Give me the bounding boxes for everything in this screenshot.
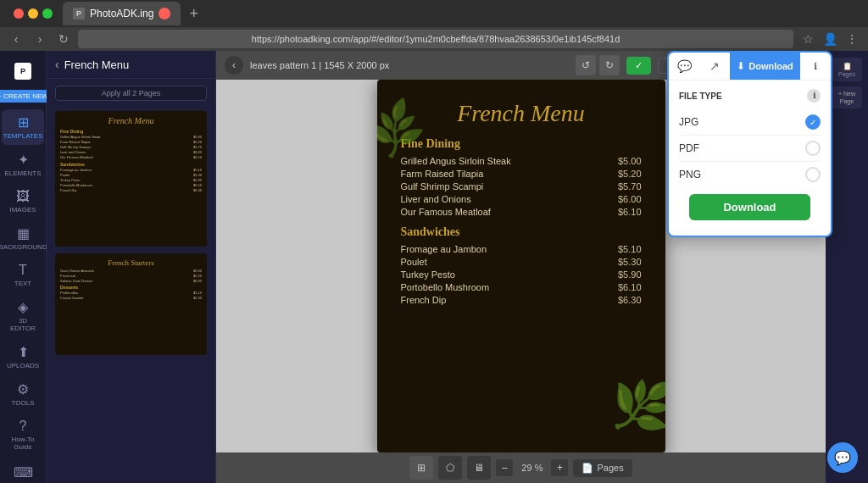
pentagon-button[interactable]: ⬠ xyxy=(438,456,462,480)
file-option-jpg[interactable]: JPG xyxy=(679,109,821,136)
menu-card: 🌿 French Menu Fine Dining Grilled Angus … xyxy=(377,80,665,452)
redo-button[interactable]: ↻ xyxy=(599,55,620,75)
sidebar-item-background[interactable]: ▦ BACKGROUND xyxy=(2,220,44,256)
page-nav-prev-button[interactable]: ‹ xyxy=(225,56,243,75)
browser-chrome: P PhotoADK.ing ✕ + ‹ › ↻ ☆ 👤 ⋮ xyxy=(0,0,868,51)
chat-icon: 💬 xyxy=(677,59,692,73)
sidebar-item-how-to[interactable]: ? How-To Guide xyxy=(2,414,44,456)
thumb2-item-5: Crepes Suzette$5.30 xyxy=(60,296,202,300)
radio-btn-png[interactable] xyxy=(805,167,821,182)
pages-button[interactable]: 📄 Pages xyxy=(573,459,632,477)
menu-card-item-2: Farm Raised Tilapia$5.20 xyxy=(401,169,642,179)
pages-panel-header: ‹ French Menu xyxy=(47,51,215,79)
popup-tab-share[interactable]: ↗ xyxy=(699,53,730,80)
back-button[interactable]: ‹ xyxy=(7,30,25,48)
page-thumbnail-2[interactable]: French Starters Goat Cheese Avocado$5.00… xyxy=(55,253,207,355)
file-option-jpg-label: JPG xyxy=(679,116,698,128)
file-type-info-icon[interactable]: ℹ xyxy=(807,89,821,103)
sidebar-item-text[interactable]: T TEXT xyxy=(2,258,44,292)
sidebar-label-text: TEXT xyxy=(14,280,31,287)
sidebar-item-elements[interactable]: ✦ ELEMENTS xyxy=(2,147,44,182)
menu-card-item-8: Turkey Pesto$5.90 xyxy=(401,269,642,280)
popup-tab-info[interactable]: ℹ xyxy=(800,53,831,80)
thumb-section-1: Fine Dining xyxy=(60,129,202,134)
new-tab-button[interactable]: + xyxy=(184,6,203,21)
thumb2-item-2: Provencal$5.20 xyxy=(60,274,202,278)
sidebar-item-images[interactable]: 🖼 IMAGES xyxy=(2,184,44,219)
new-page-button[interactable]: + New Page xyxy=(832,86,862,108)
thumb-item-1: Grilled Angus Sirloin Steak$5.00 xyxy=(60,135,202,139)
menu-card-title: French Menu xyxy=(401,100,642,127)
pages-back-button[interactable]: ‹ xyxy=(55,58,59,71)
grid-view-button[interactable]: ⊞ xyxy=(409,456,433,480)
green-action-button[interactable]: ✓ xyxy=(626,57,651,75)
download-tab-button[interactable]: ⬇ Download xyxy=(730,53,800,80)
maximize-button[interactable] xyxy=(42,8,53,19)
radio-btn-jpg[interactable] xyxy=(805,114,821,130)
menu-card-item-4: Liver and Onions$6.00 xyxy=(401,194,642,204)
monitor-button[interactable]: 🖥 xyxy=(467,456,491,480)
radio-btn-pdf[interactable] xyxy=(805,141,821,156)
minimize-button[interactable] xyxy=(28,8,38,19)
thumb-item-3: Gulf Shrimp Scampi$5.70 xyxy=(60,145,202,149)
pages-panel-title: French Menu xyxy=(64,58,130,71)
popup-tab-chat[interactable]: 💬 xyxy=(669,53,699,80)
thumb-item-4: Liver and Onions$6.00 xyxy=(60,150,202,154)
menu-card-section-sandwiches: Sandwiches xyxy=(401,225,642,239)
pages-panel-button[interactable]: 📋 Pages xyxy=(832,58,862,81)
sidebar-item-shortcuts[interactable]: ⌨ Shortcut Keys xyxy=(2,459,44,483)
thumb-item-2: Farm Raised Tilapia$5.20 xyxy=(60,140,202,144)
sidebar-item-uploads[interactable]: ⬆ UPLOADS xyxy=(2,339,44,375)
share-icon: ↗ xyxy=(709,59,720,73)
download-popup: 💬 ↗ ⬇ Download ℹ FILE TYPE ℹ JPG PDF xyxy=(667,51,832,237)
download-action-button[interactable]: Download xyxy=(689,194,810,220)
refresh-button[interactable]: ↻ xyxy=(54,30,73,48)
menu-card-item-9: Portobello Mushroom$6.10 xyxy=(401,282,642,292)
sidebar-label-uploads: UPLOADS xyxy=(7,362,39,369)
create-new-button[interactable]: + CREATE NEW xyxy=(0,90,52,103)
page-thumbnail-1[interactable]: French Menu Fine Dining Grilled Angus Si… xyxy=(55,111,207,247)
sidebar-label-images: IMAGES xyxy=(9,206,36,214)
background-icon: ▦ xyxy=(17,225,30,242)
browser-tabs: P PhotoADK.ing ✕ + xyxy=(0,0,868,27)
thumb-section-2: Sandwiches xyxy=(60,162,202,167)
menu-card-section-fine-dining: Fine Dining xyxy=(401,137,642,151)
sidebar-item-tools[interactable]: ⚙ TOOLS xyxy=(2,376,44,412)
bookmark-button[interactable]: ☆ xyxy=(798,30,817,48)
browser-toolbar-actions: ☆ 👤 ⋮ xyxy=(798,30,861,48)
thumb2-item-3: Salmon Goat Cheese$6.00 xyxy=(60,279,202,283)
chat-bubble-button[interactable]: 💬 xyxy=(827,442,858,473)
undo-redo-controls: ↺ ↻ xyxy=(576,55,620,75)
file-option-pdf[interactable]: PDF xyxy=(679,136,821,162)
thumb2-item-1: Goat Cheese Avocado$5.00 xyxy=(60,269,202,273)
menu-button[interactable]: ⋮ xyxy=(843,30,861,48)
tab-close-button[interactable]: ✕ xyxy=(159,8,170,19)
tab-title: PhotoADK.ing xyxy=(90,8,153,19)
file-type-label-text: FILE TYPE xyxy=(679,92,722,101)
pages-panel-icon: 📋 xyxy=(843,62,852,70)
zoom-minus-button[interactable]: – xyxy=(496,459,513,476)
close-button[interactable] xyxy=(14,8,24,19)
address-bar[interactable] xyxy=(78,30,793,48)
zoom-plus-button[interactable]: + xyxy=(551,459,568,476)
profile-button[interactable]: 👤 xyxy=(821,30,839,48)
thumb-item-10: French Dip$6.30 xyxy=(60,188,202,192)
logo-icon: P xyxy=(14,63,31,80)
thumb-item-9: Portobello Mushroom$6.10 xyxy=(60,183,202,187)
sidebar-label-3d-editor: 3D EDITOR xyxy=(5,317,41,332)
undo-button[interactable]: ↺ xyxy=(576,55,596,75)
file-option-png[interactable]: PNG xyxy=(679,162,821,187)
apply-all-pages-button[interactable]: Apply all 2 Pages xyxy=(55,86,207,101)
forward-button[interactable]: › xyxy=(31,30,49,48)
thumb-item-8: Turkey Pesto$5.90 xyxy=(60,178,202,182)
sidebar-bottom: ? How-To Guide ⌨ Shortcut Keys xyxy=(2,414,44,483)
left-sidebar: P + CREATE NEW ⊞ TEMPLATES ✦ ELEMENTS 🖼 … xyxy=(0,51,47,483)
popup-tabs: 💬 ↗ ⬇ Download ℹ xyxy=(669,53,831,80)
info-icon: ℹ xyxy=(814,61,817,72)
menu-card-item-7: Poulet$5.30 xyxy=(401,257,642,267)
sidebar-item-3d-editor[interactable]: ◈ 3D EDITOR xyxy=(2,294,44,337)
sidebar-label-background: BACKGROUND xyxy=(0,243,47,251)
templates-icon: ⊞ xyxy=(18,114,29,130)
browser-tab-active[interactable]: P PhotoADK.ing ✕ xyxy=(63,2,181,25)
sidebar-item-templates[interactable]: ⊞ TEMPLATES xyxy=(2,109,44,145)
